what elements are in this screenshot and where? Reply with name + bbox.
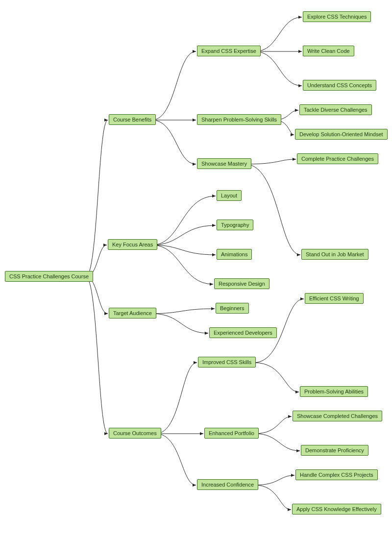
node-course-benefits: Course Benefits (109, 114, 156, 125)
node-course-outcomes: Course Outcomes (109, 428, 161, 439)
node-efficient-writing: Efficient CSS Writing (305, 293, 364, 304)
node-tackle-challenges: Tackle Diverse Challenges (299, 104, 372, 115)
node-complete-challenges: Complete Practice Challenges (297, 153, 378, 164)
node-explore-techniques: Explore CSS Techniques (303, 11, 371, 22)
node-apply-knowledge: Apply CSS Knowledge Effectively (292, 504, 381, 514)
node-target-audience: Target Audience (109, 308, 156, 318)
node-showcase-completed: Showcase Completed Challenges (293, 411, 382, 421)
node-handle-complex: Handle Complex CSS Projects (295, 469, 378, 480)
node-enhanced-portfolio: Enhanced Portfolio (204, 428, 259, 439)
node-expand-css: Expand CSS Expertise (197, 46, 261, 56)
node-problem-solving: Problem-Solving Abilities (300, 386, 368, 397)
node-demonstrate: Demonstrate Proficiency (301, 445, 368, 456)
node-increased-confidence: Increased Confidence (197, 479, 258, 490)
node-solution-mindset: Develop Solution-Oriented Mindset (295, 129, 388, 140)
node-understand-concepts: Understand CSS Concepts (303, 80, 376, 91)
node-write-clean: Write Clean Code (303, 46, 354, 56)
node-responsive: Responsive Design (214, 278, 270, 289)
node-key-focus-areas: Key Focus Areas (108, 239, 157, 250)
node-typography: Typography (217, 220, 253, 230)
node-layout: Layout (217, 190, 242, 201)
node-improved-skills: Improved CSS Skills (198, 357, 256, 368)
node-sharpen-skills: Sharpen Problem-Solving Skills (197, 114, 281, 125)
node-experienced: Experienced Developers (209, 327, 277, 338)
node-stand-out: Stand Out in Job Market (301, 249, 368, 260)
node-showcase-mastery: Showcase Mastery (197, 158, 251, 169)
node-animations: Animations (217, 249, 252, 260)
node-beginners: Beginners (216, 303, 249, 314)
node-root: CSS Practice Challenges Course (5, 271, 93, 282)
